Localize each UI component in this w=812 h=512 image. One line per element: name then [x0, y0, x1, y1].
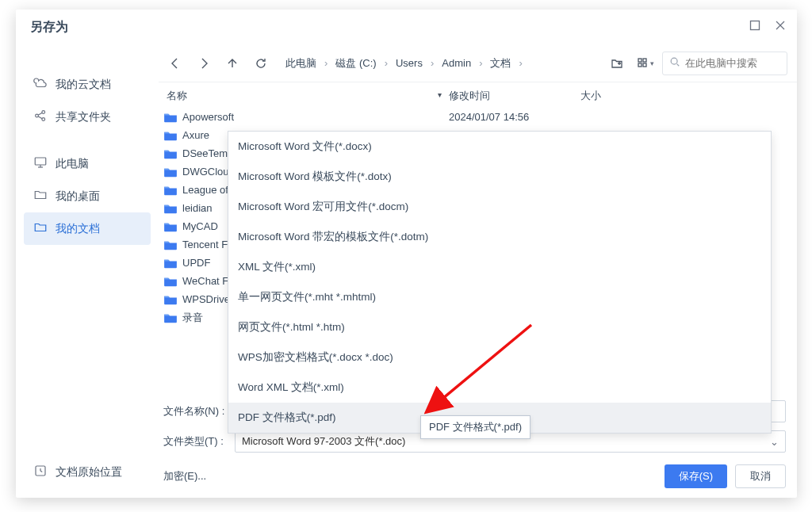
share-icon — [33, 109, 48, 125]
chevron-down-icon: ⌄ — [770, 436, 779, 448]
history-icon — [33, 464, 48, 480]
svg-rect-14 — [638, 63, 642, 67]
filetype-option[interactable]: 网页文件(*.html *.htm) — [228, 312, 771, 342]
toolbar: 此电脑› 磁盘 (C:)› Users› Admin› 文档› ▾ — [159, 44, 797, 82]
sidebar-item-desktop[interactable]: 我的桌面 — [16, 180, 159, 212]
cancel-button[interactable]: 取消 — [735, 464, 786, 488]
file-name: MyCAD — [182, 220, 218, 232]
folder-icon — [163, 312, 178, 323]
svg-line-7 — [38, 117, 42, 119]
search-input[interactable] — [685, 57, 812, 69]
svg-rect-12 — [638, 59, 642, 62]
folder-icon — [163, 221, 178, 232]
sidebar-item-label: 我的桌面 — [56, 189, 100, 204]
cloud-icon — [33, 76, 48, 93]
filetype-value: Microsoft Word 97-2003 文件(*.doc) — [242, 434, 405, 449]
search-icon — [669, 56, 680, 70]
filetype-option[interactable]: Microsoft Word 模板文件(*.dotx) — [228, 162, 771, 192]
folder-icon — [163, 130, 178, 141]
column-headers: 名称 ▾修改时间 大小 — [159, 82, 797, 108]
sidebar-item-label: 共享文件夹 — [56, 110, 111, 124]
column-modified[interactable]: ▾修改时间 — [449, 89, 580, 103]
filetype-option[interactable]: Microsoft Word 带宏的模板文件(*.dotm) — [228, 222, 771, 252]
filetype-option[interactable]: WPS加密文档格式(*.docx *.doc) — [228, 342, 771, 373]
chevron-right-icon: › — [385, 57, 388, 69]
sidebar: 我的云文档 共享文件夹 此电脑 我的桌面 我的文档 文档原始位置 — [16, 44, 159, 498]
window-controls — [749, 20, 786, 34]
folder-icon — [163, 185, 178, 196]
filetype-option[interactable]: Microsoft Word 文件(*.docx) — [228, 132, 771, 162]
sidebar-item-shared[interactable]: 共享文件夹 — [16, 101, 159, 133]
sort-desc-icon: ▾ — [438, 90, 442, 99]
sidebar-item-label: 此电脑 — [56, 157, 89, 171]
svg-line-17 — [677, 64, 680, 67]
folder-icon — [163, 148, 178, 159]
sidebar-item-label: 我的云文档 — [56, 78, 111, 92]
svg-point-16 — [671, 58, 677, 64]
file-modified: 2024/01/07 14:56 — [449, 111, 580, 123]
file-name: Tencent F — [182, 239, 228, 250]
column-name[interactable]: 名称 — [163, 89, 449, 103]
back-button[interactable] — [163, 52, 187, 75]
breadcrumb-segment[interactable]: Users — [393, 55, 426, 71]
new-folder-button[interactable] — [605, 52, 629, 75]
folder-icon — [163, 203, 178, 214]
svg-line-6 — [38, 113, 42, 115]
file-name: DWGCloud — [182, 166, 235, 178]
file-name: Apowersoft — [182, 111, 234, 123]
forward-button[interactable] — [192, 52, 216, 75]
folder-outline-icon — [33, 188, 48, 204]
filetype-option[interactable]: 单一网页文件(*.mht *.mhtml) — [228, 282, 771, 312]
search-box[interactable] — [662, 52, 787, 75]
sidebar-item-original-location[interactable]: 文档原始位置 — [16, 456, 122, 488]
chevron-right-icon: › — [324, 57, 327, 69]
filetype-option[interactable]: Microsoft Word 宏可用文件(*.docm) — [228, 192, 771, 222]
monitor-icon — [33, 155, 48, 172]
folder-outline-icon — [33, 220, 48, 237]
sidebar-item-label: 我的文档 — [56, 222, 100, 236]
filetype-dropdown[interactable]: Microsoft Word 文件(*.docx)Microsoft Word … — [228, 131, 772, 434]
tooltip: PDF 文件格式(*.pdf) — [420, 415, 530, 439]
sidebar-item-cloud-docs[interactable]: 我的云文档 — [16, 68, 159, 101]
folder-icon — [163, 112, 178, 123]
chevron-right-icon: › — [431, 57, 434, 69]
folder-icon — [163, 276, 178, 287]
folder-icon — [163, 258, 178, 269]
titlebar: 另存为 — [16, 10, 797, 44]
file-name: 录音 — [182, 311, 203, 325]
encrypt-link[interactable]: 加密(E)... — [163, 469, 206, 483]
svg-rect-8 — [35, 158, 46, 165]
maximize-button[interactable] — [749, 20, 760, 34]
action-row: 加密(E)... 保存(S) 取消 — [163, 464, 786, 488]
chevron-right-icon: › — [479, 57, 482, 69]
filetype-option[interactable]: Word XML 文档(*.xml) — [228, 373, 771, 403]
breadcrumb-segment[interactable]: 文档 — [487, 55, 514, 72]
svg-rect-0 — [751, 21, 760, 30]
column-size[interactable]: 大小 — [580, 89, 787, 103]
close-button[interactable] — [775, 20, 786, 34]
refresh-button[interactable] — [249, 52, 273, 75]
folder-icon — [163, 166, 178, 178]
save-button[interactable]: 保存(S) — [665, 464, 727, 488]
chevron-down-icon: ▾ — [650, 59, 654, 67]
file-name: Axure — [182, 129, 209, 141]
svg-rect-15 — [643, 63, 646, 67]
file-row[interactable]: Apowersoft2024/01/07 14:56 — [159, 108, 797, 126]
file-name: League of — [182, 184, 228, 196]
breadcrumb-segment[interactable]: Admin — [439, 55, 474, 71]
file-name: WPSDrive — [182, 293, 230, 305]
breadcrumb-segment[interactable]: 磁盘 (C:) — [332, 55, 379, 72]
view-options-button[interactable]: ▾ — [634, 52, 657, 75]
sidebar-item-this-pc[interactable]: 此电脑 — [16, 147, 159, 180]
filename-label: 文件名称(N) : — [163, 404, 227, 418]
sidebar-item-label: 文档原始位置 — [56, 465, 122, 480]
filetype-label: 文件类型(T) : — [163, 434, 227, 449]
filetype-option[interactable]: XML 文件(*.xml) — [228, 252, 771, 282]
file-name: WeChat F — [182, 275, 228, 287]
file-name: DSeeTem — [182, 147, 228, 159]
folder-icon — [163, 239, 178, 250]
up-button[interactable] — [220, 52, 244, 75]
file-name: UPDF — [182, 257, 210, 269]
sidebar-item-documents[interactable]: 我的文档 — [24, 212, 151, 245]
breadcrumb-segment[interactable]: 此电脑 — [282, 55, 320, 72]
